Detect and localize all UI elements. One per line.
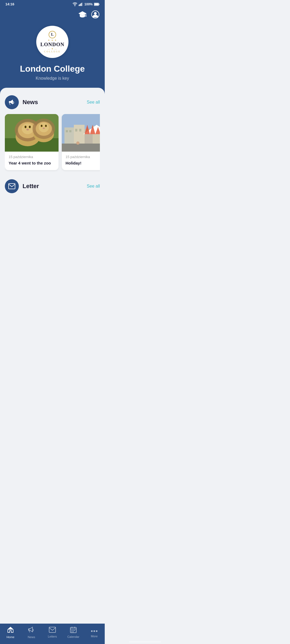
news-card-holiday-date: 15 października	[66, 155, 100, 159]
svg-rect-53	[9, 184, 15, 189]
letter-icon-circle	[5, 179, 19, 193]
svg-point-29	[39, 123, 49, 132]
logo-letter: L	[49, 31, 56, 38]
svg-point-34	[43, 128, 45, 129]
header: L ✦ ❧ ✦ LONDON — ✦ — COLLEGE London Coll…	[0, 8, 105, 94]
time: 14:16	[5, 2, 14, 6]
profile-icon-button[interactable]	[91, 10, 99, 20]
news-card-zoo-image	[5, 114, 59, 152]
news-title: News	[23, 99, 38, 106]
megaphone-icon	[8, 99, 15, 106]
svg-rect-0	[79, 5, 79, 6]
news-section: News See all	[5, 95, 100, 172]
battery-text: 100%	[84, 2, 93, 6]
status-right: 100%	[73, 2, 99, 6]
svg-rect-41	[66, 130, 68, 132]
svg-rect-3	[81, 3, 82, 6]
svg-rect-9	[86, 13, 86, 16]
svg-point-22	[25, 126, 26, 128]
user-icon	[91, 10, 99, 19]
svg-rect-4	[82, 2, 83, 6]
news-see-all-button[interactable]: See all	[87, 100, 100, 105]
logo-ornament-bottom: — ✦ —	[48, 47, 57, 50]
news-icon-circle	[5, 95, 19, 109]
svg-rect-2	[81, 3, 81, 6]
logo-ornament-top: ✦ ❧ ✦	[48, 39, 57, 42]
news-card-zoo-headline: Year 4 went to the zoo	[9, 160, 55, 166]
news-card-zoo[interactable]: 15 października Year 4 went to the zoo	[5, 114, 59, 170]
svg-point-32	[41, 125, 42, 127]
envelope-icon	[8, 183, 15, 189]
college-title: London College	[20, 64, 85, 74]
svg-rect-6	[99, 3, 100, 5]
graduation-icon-button[interactable]	[78, 10, 86, 20]
svg-point-33	[45, 125, 46, 127]
svg-point-12	[94, 12, 97, 15]
news-card-holiday-body: 15 października Holiday!	[62, 152, 100, 170]
news-card-zoo-body: 15 października Year 4 went to the zoo	[5, 152, 59, 170]
lion-illustration	[5, 114, 59, 152]
graduation-cap-icon	[78, 11, 86, 18]
svg-rect-50	[62, 144, 100, 152]
letter-title: Letter	[23, 183, 39, 190]
header-actions	[5, 10, 99, 20]
svg-point-24	[26, 129, 29, 130]
svg-point-51	[76, 141, 79, 145]
svg-point-23	[29, 126, 30, 128]
logo-sub-text: COLLEGE	[44, 50, 61, 53]
battery-icon	[94, 3, 99, 6]
news-card-holiday-image	[62, 114, 100, 152]
svg-rect-7	[94, 3, 98, 5]
news-card-holiday[interactable]: 15 października Holiday!	[62, 114, 100, 170]
news-card-holiday-headline: Holiday!	[66, 160, 100, 166]
svg-point-10	[85, 16, 86, 17]
college-logo: L ✦ ❧ ✦ LONDON — ✦ — COLLEGE	[36, 26, 68, 58]
svg-rect-42	[69, 130, 71, 132]
svg-rect-43	[75, 129, 77, 131]
beach-illustration	[62, 114, 100, 152]
svg-rect-1	[79, 4, 80, 6]
news-section-header: News See all	[5, 95, 100, 109]
news-section-left: News	[5, 95, 38, 109]
letter-see-all-button[interactable]: See all	[87, 184, 100, 189]
signal-icon	[79, 2, 83, 6]
letter-section: Letter See all	[5, 179, 100, 193]
news-cards-list: 15 października Year 4 went to the zoo	[5, 114, 100, 172]
logo-main-text: LONDON	[40, 42, 64, 47]
svg-rect-44	[79, 129, 81, 131]
college-tagline: Knowledge is key	[36, 76, 69, 81]
letter-section-header: Letter See all	[5, 179, 100, 193]
letter-section-left: Letter	[5, 179, 39, 193]
news-card-zoo-date: 15 października	[9, 155, 55, 159]
svg-marker-8	[78, 11, 86, 16]
wifi-icon	[73, 2, 77, 6]
status-bar: 14:16 100%	[0, 0, 105, 8]
content-card: News See all	[0, 88, 105, 225]
